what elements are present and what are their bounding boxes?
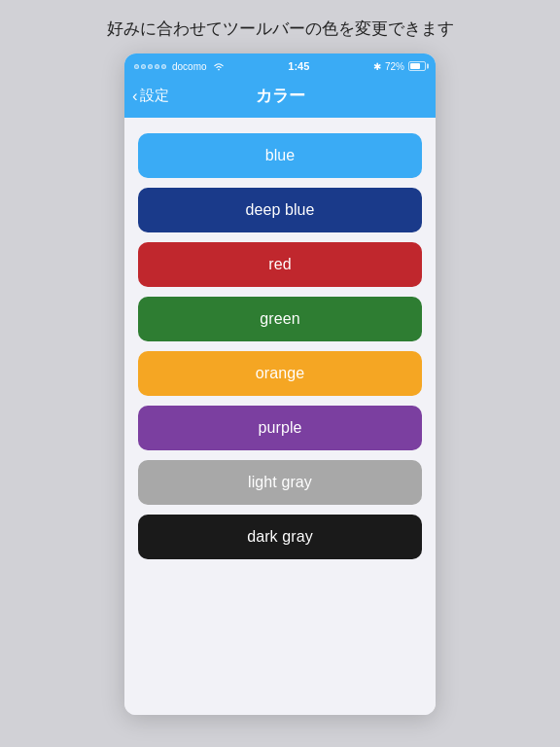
color-btn-blue[interactable]: blue [138,133,422,178]
signal-dot-5 [161,64,166,69]
color-btn-green[interactable]: green [138,297,422,341]
nav-title: カラー [256,85,305,107]
status-bar: docomo 1:45 ✱ 72% [124,53,436,75]
status-right: ✱ 72% [373,61,426,72]
bluetooth-icon: ✱ [373,61,381,72]
color-btn-red[interactable]: red [138,242,422,287]
signal-dots [134,64,166,69]
color-btn-dark-gray[interactable]: dark gray [138,515,422,559]
signal-dot-4 [155,64,159,69]
signal-dot-1 [134,64,139,69]
color-list: bluedeep blueredgreenorangepurplelight g… [124,118,436,715]
wifi-icon [213,62,225,71]
phone-frame: docomo 1:45 ✱ 72% ‹ 設定 カラー bluedeep blue… [124,53,436,715]
color-btn-orange[interactable]: orange [138,351,422,396]
signal-dot-2 [141,64,146,69]
page-description: 好みに合わせてツールバーの色を変更できます [88,0,473,53]
color-btn-deep-blue[interactable]: deep blue [138,188,422,232]
color-btn-light-gray[interactable]: light gray [138,460,422,505]
status-time: 1:45 [288,60,309,72]
carrier-label: docomo [172,61,207,72]
nav-bar: ‹ 設定 カラー [124,75,436,118]
signal-dot-3 [148,64,153,69]
status-left: docomo [134,61,225,72]
back-label: 設定 [140,87,169,105]
battery-fill [410,63,420,69]
back-chevron-icon: ‹ [132,88,138,104]
battery-icon [408,61,426,71]
back-button[interactable]: ‹ 設定 [132,87,169,105]
battery-percent: 72% [385,61,404,72]
color-btn-purple[interactable]: purple [138,406,422,450]
